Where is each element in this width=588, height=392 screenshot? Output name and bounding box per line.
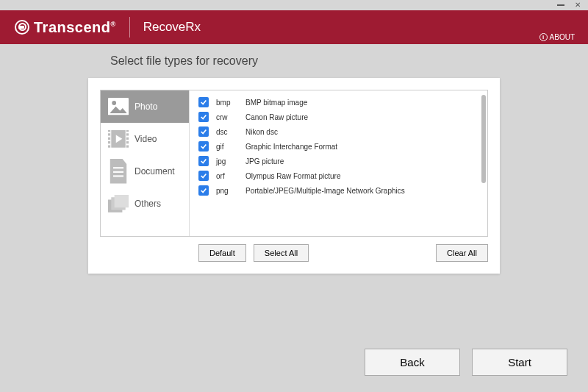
others-icon [108, 195, 129, 213]
svg-rect-5 [108, 136, 110, 138]
svg-rect-8 [126, 132, 129, 133]
brand: Transcend® [15, 19, 116, 36]
app-name: RecoveRx [143, 20, 201, 35]
file-desc: BMP bitmap image [245, 99, 307, 107]
photo-icon [108, 98, 129, 115]
svg-rect-10 [126, 140, 129, 141]
main-panel: Photo Video Document Others [88, 78, 500, 274]
video-icon [108, 130, 129, 148]
tab-label: Video [135, 134, 157, 144]
file-ext: gif [216, 143, 245, 151]
svg-rect-7 [108, 143, 110, 145]
tab-label: Photo [135, 101, 157, 112]
page-title: Select file types for recovery [0, 44, 588, 78]
document-icon [108, 163, 129, 180]
about-link[interactable]: i ABOUT [539, 33, 575, 41]
svg-rect-14 [113, 171, 123, 173]
file-ext: crw [216, 113, 245, 121]
file-row: crwCanon Raw picture [190, 110, 487, 124]
window-titlebar: ✕ [0, 0, 588, 10]
scrollbar-thumb[interactable] [481, 95, 486, 183]
file-desc: Portable/JPEG/Multiple-Image Network Gra… [245, 187, 405, 195]
file-desc: Canon Raw picture [245, 113, 308, 121]
info-icon: i [539, 33, 548, 41]
close-icon[interactable]: ✕ [575, 1, 581, 9]
header-divider [129, 17, 130, 38]
clear-all-button[interactable]: Clear All [436, 244, 488, 262]
category-tabs: Photo Video Document Others [101, 90, 189, 236]
app-header: Transcend® RecoveRx i ABOUT [0, 10, 588, 44]
default-button[interactable]: Default [198, 244, 246, 262]
checkbox[interactable] [198, 171, 209, 181]
tab-photo[interactable]: Photo [101, 90, 189, 123]
svg-rect-15 [113, 176, 123, 177]
tab-label: Others [135, 199, 161, 209]
file-desc: Nikon dsc [245, 128, 278, 136]
checkbox[interactable] [198, 126, 209, 137]
tab-video[interactable]: Video [101, 123, 189, 155]
minimize-icon[interactable] [557, 4, 564, 6]
file-ext: png [216, 187, 245, 195]
file-desc: Olympus Raw Format picture [245, 172, 340, 180]
file-row: bmpBMP bitmap image [190, 95, 487, 110]
tab-others[interactable]: Others [101, 188, 189, 220]
svg-rect-4 [108, 132, 110, 133]
file-row: gifGraphic Interchange Format [190, 139, 487, 154]
file-row: jpgJPG picture [190, 154, 487, 168]
file-list-container: bmpBMP bitmap imagecrwCanon Raw pictured… [189, 90, 487, 236]
footer-buttons: Back Start [365, 349, 567, 376]
file-desc: JPG picture [245, 157, 284, 165]
svg-rect-9 [126, 136, 129, 138]
select-all-button[interactable]: Select All [254, 244, 309, 262]
tab-label: Document [135, 166, 175, 177]
start-button[interactable]: Start [472, 349, 567, 376]
file-ext: dsc [216, 128, 245, 136]
file-ext: bmp [216, 99, 245, 107]
checkbox[interactable] [198, 156, 209, 166]
svg-rect-13 [113, 167, 123, 168]
brand-name: Transcend® [34, 19, 116, 36]
svg-rect-6 [108, 140, 110, 141]
file-ext: orf [216, 172, 245, 180]
tab-document[interactable]: Document [101, 155, 189, 188]
svg-rect-18 [115, 195, 129, 207]
svg-point-1 [112, 101, 116, 105]
file-desc: Graphic Interchange Format [245, 143, 337, 151]
file-list: bmpBMP bitmap imagecrwCanon Raw pictured… [190, 90, 487, 236]
checkbox[interactable] [198, 97, 209, 107]
checkbox[interactable] [198, 185, 209, 196]
file-row: orfOlympus Raw Format picture [190, 168, 487, 183]
svg-rect-11 [126, 143, 129, 145]
checkbox[interactable] [198, 112, 209, 122]
file-ext: jpg [216, 157, 245, 165]
file-row: dscNikon dsc [190, 124, 487, 139]
checkbox[interactable] [198, 141, 209, 152]
back-button[interactable]: Back [365, 349, 460, 376]
brand-logo-icon [15, 20, 29, 35]
file-row: pngPortable/JPEG/Multiple-Image Network … [190, 183, 487, 198]
